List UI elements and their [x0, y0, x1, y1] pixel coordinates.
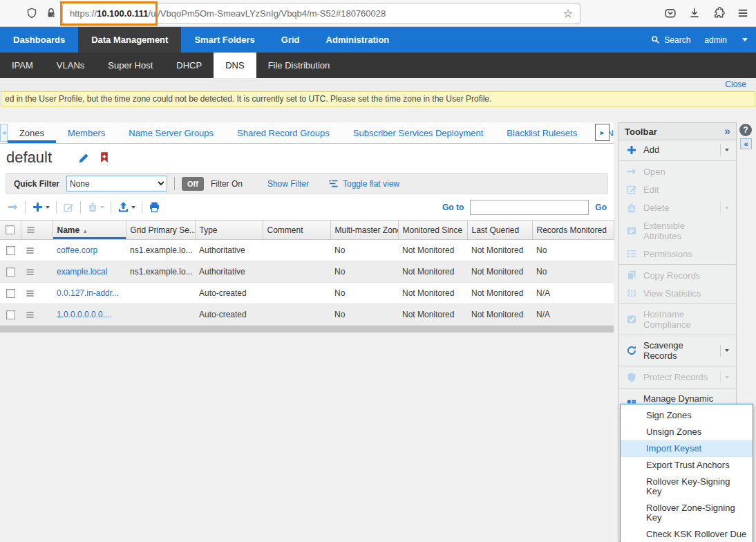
subnav-ipam[interactable]: IPAM	[0, 53, 45, 78]
zone-link[interactable]: 1.0.0.0.0.0.0....	[57, 310, 112, 319]
menu-import-keyset[interactable]: Import Keyset	[621, 440, 753, 457]
cell: Not Monitored	[398, 304, 467, 326]
filter-off-button[interactable]: Off	[182, 177, 204, 191]
toolbar-scavenge-records[interactable]: Scavenge Records	[619, 337, 736, 364]
toolbar-add[interactable]: Add	[619, 140, 736, 159]
row-checkbox[interactable]	[6, 246, 15, 255]
nav-administration[interactable]: Administration	[313, 27, 403, 53]
bookmark-add-icon[interactable]	[100, 152, 109, 163]
table-row[interactable]: coffee.corp ns1.example.lo... Authoritat…	[0, 240, 614, 261]
column-header-records-monitored[interactable]: Records Monitored	[532, 221, 614, 240]
row-menu-icon[interactable]	[21, 304, 53, 326]
tabs-scroll-left-icon[interactable]: ◄	[0, 124, 8, 142]
restart-services-button[interactable]	[7, 201, 19, 213]
cell	[126, 283, 195, 304]
quick-filter-select[interactable]: None	[66, 176, 167, 191]
menu-check-ksk-rollover-due[interactable]: Check KSK Rollover Due	[621, 526, 753, 542]
extensions-puzzle-icon[interactable]	[712, 7, 725, 19]
menu-hamburger-icon[interactable]	[737, 7, 749, 19]
nav-grid[interactable]: Grid	[268, 27, 313, 53]
edit-button	[63, 202, 74, 213]
page-title: default	[6, 149, 52, 167]
nav-data-management[interactable]: Data Management	[78, 27, 181, 53]
menu-unsign-zones[interactable]: Unsign Zones	[621, 424, 753, 440]
goto-button[interactable]: Go	[595, 203, 607, 212]
url-bar[interactable]: https://10.100.0.111/ui/VbqoPm5Om-SmeavL…	[62, 3, 580, 24]
row-checkbox[interactable]	[6, 310, 15, 319]
add-button[interactable]	[32, 201, 50, 213]
zone-link[interactable]: 0.0.127.in-addr...	[57, 288, 119, 298]
tracking-shield-icon[interactable]	[26, 8, 37, 19]
select-all-checkbox-cell[interactable]	[0, 221, 21, 240]
nav-smart-folders[interactable]: Smart Folders	[181, 27, 267, 53]
shield-icon	[626, 372, 637, 383]
tab-shared-record-groups[interactable]: Shared Record Groups	[225, 122, 341, 143]
caret-down-icon[interactable]	[720, 345, 733, 357]
row-menu-header[interactable]	[21, 221, 53, 240]
row-checkbox[interactable]	[6, 268, 15, 277]
table-row[interactable]: 1.0.0.0.0.0.0.... Auto-created No Not Mo…	[0, 304, 614, 326]
tab-subscriber-services-deployment[interactable]: Subscriber Services Deployment	[341, 122, 495, 143]
menu-rollover-key-signing-key[interactable]: Rollover Key-Signing Key	[621, 474, 753, 500]
subnav-super-host[interactable]: Super Host	[96, 53, 164, 78]
help-icon[interactable]: ?	[739, 124, 752, 136]
column-header-grid-primary[interactable]: Grid Primary Se...	[126, 221, 195, 240]
table-row[interactable]: example.local ns1.example.lo... Authorit…	[0, 261, 614, 283]
export-button[interactable]	[117, 201, 135, 213]
edit-title-pencil-icon[interactable]	[78, 152, 90, 164]
zone-link[interactable]: example.local	[57, 267, 107, 277]
download-icon[interactable]	[688, 7, 701, 19]
caret-down-icon	[720, 202, 733, 214]
checkbox-check-icon	[626, 314, 637, 325]
user-menu-caret-icon[interactable]	[742, 38, 748, 41]
toolbar-protect-records: Protect Records	[619, 368, 736, 386]
caret-down-icon[interactable]	[720, 144, 733, 156]
horizontal-scrollbar[interactable]	[0, 326, 614, 333]
cell: Not Monitored	[467, 283, 532, 304]
print-button[interactable]	[149, 201, 160, 213]
tab-blacklist-rulesets[interactable]: Blacklist Rulesets	[495, 122, 589, 143]
toggle-flat-view-link[interactable]: Toggle flat view	[343, 179, 399, 189]
open-arrow-icon	[626, 166, 637, 177]
cell: Authoritative	[195, 261, 263, 283]
tabs-scroll-right-icon[interactable]: ►	[595, 124, 609, 141]
tab-zones[interactable]: Zones	[8, 122, 56, 143]
menu-sign-zones[interactable]: Sign Zones	[621, 407, 753, 424]
goto-input[interactable]	[470, 200, 589, 215]
table-row[interactable]: 0.0.127.in-addr... Auto-created No Not M…	[0, 283, 614, 304]
column-header-multi-master[interactable]: Multi-master Zone	[330, 221, 398, 240]
menu-rollover-zone-signing-key[interactable]: Rollover Zone-Signing Key	[621, 500, 753, 526]
column-header-comment[interactable]: Comment	[263, 221, 330, 240]
row-checkbox[interactable]	[6, 289, 15, 298]
subnav-dns[interactable]: DNS	[214, 53, 256, 78]
row-menu-icon[interactable]	[21, 261, 53, 283]
menu-export-trust-anchors[interactable]: Export Trust Anchors	[621, 457, 753, 474]
column-header-last-queried[interactable]: Last Queried	[467, 221, 532, 240]
tab-name-server-groups[interactable]: Name Server Groups	[117, 122, 225, 143]
column-header-type[interactable]: Type	[195, 221, 263, 240]
row-menu-icon[interactable]	[21, 283, 53, 304]
close-link[interactable]: Close	[725, 80, 746, 89]
subnav-file-distribution[interactable]: File Distribution	[256, 53, 342, 78]
collapse-sidebar-icon[interactable]: «	[740, 138, 752, 149]
toolbar-extensible-attributes: Extensible Attributes	[619, 217, 736, 245]
nav-dashboards[interactable]: Dashboards	[0, 27, 78, 53]
column-header-name[interactable]: Name▲	[53, 221, 126, 240]
search-icon[interactable]	[651, 35, 660, 44]
tab-members[interactable]: Members	[56, 122, 117, 143]
pocket-icon[interactable]	[664, 7, 677, 19]
search-label[interactable]: Search	[664, 35, 690, 45]
subnav-vlans[interactable]: VLANs	[45, 53, 96, 78]
toggle-flat-view-icon[interactable]	[328, 178, 339, 189]
subnav-dhcp[interactable]: DHCP	[164, 53, 214, 78]
user-menu[interactable]: admin	[704, 35, 727, 45]
bookmark-star-icon[interactable]: ☆	[563, 7, 573, 20]
lock-warning-icon[interactable]	[46, 8, 57, 19]
cell: No	[330, 261, 398, 283]
column-header-monitored-since[interactable]: Monitored Since	[398, 221, 467, 240]
select-all-checkbox[interactable]	[6, 225, 15, 234]
row-menu-icon[interactable]	[21, 240, 53, 261]
show-filter-link[interactable]: Show Filter	[267, 179, 309, 189]
zone-link[interactable]: coffee.corp	[57, 245, 97, 255]
collapse-panel-icon[interactable]: »	[724, 125, 730, 138]
